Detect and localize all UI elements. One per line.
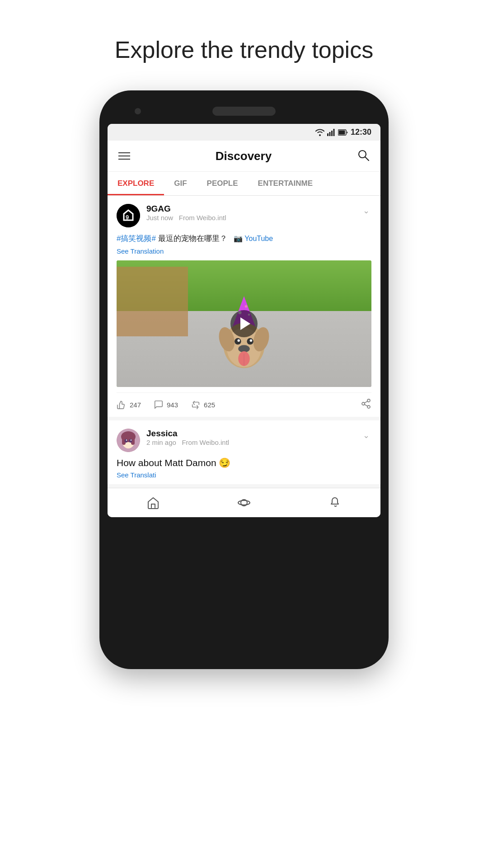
svg-point-6: [359, 151, 366, 158]
bottom-navigation: [108, 488, 380, 517]
jessica-from: From Weibo.intl: [182, 439, 229, 446]
nav-title: Discovery: [130, 149, 357, 163]
bottom-nav-home[interactable]: [108, 494, 198, 512]
post-text-body: 最逗的宠物在哪里？: [158, 234, 227, 243]
svg-point-40: [126, 439, 127, 440]
post-from: From Weibo.intl: [179, 214, 226, 222]
jessica-author: Jessica: [146, 429, 361, 439]
comment-button[interactable]: 943: [154, 400, 178, 410]
svg-point-14: [245, 305, 247, 307]
comment-count: 943: [167, 401, 178, 409]
svg-rect-5: [338, 130, 345, 134]
post-content: #搞笑视频# 最逗的宠物在哪里？ 📷 YouTube See Translati…: [117, 233, 371, 255]
svg-text:9: 9: [126, 214, 129, 221]
svg-line-32: [365, 401, 368, 403]
phone-speaker: [212, 107, 276, 116]
feed: 9 9GAG Just now From Weibo.intl ⌄: [108, 196, 380, 488]
tab-entertainment[interactable]: ENTERTAINME: [248, 172, 323, 195]
svg-point-21: [237, 339, 239, 341]
post-timestamp: Just now: [146, 214, 173, 222]
repost-button[interactable]: 625: [191, 400, 215, 410]
post-source: Just now From Weibo.intl: [146, 214, 226, 222]
svg-rect-2: [331, 131, 333, 136]
svg-rect-1: [329, 132, 330, 136]
post-text: #搞笑视频# 最逗的宠物在哪里？ 📷 YouTube: [117, 233, 371, 245]
post-actions: 247 943: [117, 392, 371, 417]
youtube-video-icon: 📷: [234, 235, 243, 242]
bottom-nav-notifications[interactable]: [290, 494, 380, 512]
signal-icon: [327, 129, 335, 136]
status-time: 12:30: [351, 127, 371, 137]
share-button[interactable]: [361, 398, 371, 411]
post-header: 9 9GAG Just now From Weibo.intl ⌄: [117, 204, 371, 227]
jessica-post-content: How about Matt Damon 😏 See Translati: [117, 458, 371, 479]
video-thumbnail[interactable]: [117, 260, 371, 387]
jessica-post-text: How about Matt Damon 😏: [117, 458, 371, 468]
hashtag[interactable]: #搞笑视频#: [117, 234, 156, 243]
like-button[interactable]: 247: [117, 400, 141, 410]
svg-point-38: [125, 439, 128, 443]
svg-rect-3: [333, 129, 334, 136]
play-triangle-icon: [240, 317, 250, 330]
post-header-jessica: Jessica 2 min ago From Weibo.intl ⌄: [117, 429, 371, 452]
hamburger-menu-icon[interactable]: [118, 152, 130, 160]
phone-screen: 12:30 Discovery EXPLORE GIF PEOPLE E: [108, 124, 380, 517]
svg-rect-0: [327, 133, 328, 136]
phone-top-bar: [108, 103, 380, 124]
page-title: Explore the trendy topics: [115, 36, 373, 63]
jessica-post-menu-chevron[interactable]: ⌄: [361, 429, 371, 442]
navigation-bar: Discovery: [108, 141, 380, 172]
svg-point-39: [129, 439, 132, 443]
home-icon: [147, 496, 160, 509]
share-icon: [361, 398, 371, 409]
status-icons: 12:30: [315, 127, 371, 137]
svg-point-28: [367, 399, 370, 402]
jessica-avatar: [117, 429, 140, 452]
tab-gif[interactable]: GIF: [164, 172, 197, 195]
post-meta: 9GAG Just now From Weibo.intl: [146, 204, 361, 222]
post-author: 9GAG: [146, 204, 361, 214]
svg-line-31: [365, 404, 368, 406]
post-card: 9 9GAG Just now From Weibo.intl ⌄: [108, 196, 380, 420]
battery-icon: [338, 129, 348, 136]
repost-icon: [191, 400, 201, 410]
dog-illustration: [208, 292, 280, 382]
jessica-source: 2 min ago From Weibo.intl: [146, 439, 229, 446]
wifi-icon: [315, 129, 324, 136]
comment-icon: [154, 400, 164, 410]
discover-planet-icon: [238, 496, 250, 509]
tab-people[interactable]: PEOPLE: [197, 172, 248, 195]
svg-line-7: [366, 157, 369, 161]
post-menu-chevron[interactable]: ⌄: [361, 204, 371, 217]
like-icon: [117, 400, 127, 410]
svg-point-41: [131, 439, 131, 440]
jessica-see-translation[interactable]: See Translati: [117, 471, 371, 479]
like-count: 247: [130, 401, 141, 409]
video-play-button[interactable]: [230, 310, 258, 337]
svg-point-22: [250, 339, 252, 341]
notifications-icon: [328, 496, 341, 509]
see-translation-link[interactable]: See Translation: [117, 247, 371, 255]
jessica-timestamp: 2 min ago: [146, 439, 176, 446]
status-bar: 12:30: [108, 124, 380, 141]
search-button[interactable]: [357, 149, 370, 163]
tab-explore[interactable]: EXPLORE: [108, 172, 164, 195]
phone-camera: [135, 108, 141, 114]
phone-frame: 12:30 Discovery EXPLORE GIF PEOPLE E: [99, 90, 389, 669]
svg-point-30: [367, 406, 370, 408]
youtube-link[interactable]: 📷 YouTube: [234, 235, 273, 242]
post-meta-jessica: Jessica 2 min ago From Weibo.intl: [146, 429, 361, 447]
tabs-bar: EXPLORE GIF PEOPLE ENTERTAINME: [108, 172, 380, 196]
post-card-jessica: Jessica 2 min ago From Weibo.intl ⌄ How …: [108, 420, 380, 488]
svg-point-29: [362, 402, 365, 405]
bottom-nav-discover[interactable]: [198, 494, 289, 512]
repost-count: 625: [204, 401, 215, 409]
svg-point-43: [238, 500, 250, 505]
avatar: 9: [117, 204, 140, 227]
